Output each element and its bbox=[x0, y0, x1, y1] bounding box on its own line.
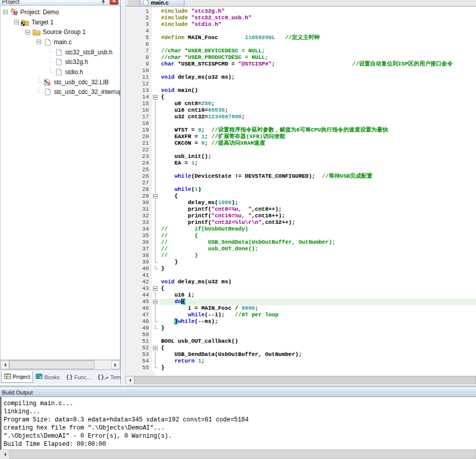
code-line[interactable]: 45 do{ bbox=[125, 299, 476, 305]
code-line[interactable]: 40} bbox=[125, 266, 476, 272]
workspace-tab-books[interactable]: ?Books bbox=[33, 371, 62, 383]
project-icon bbox=[10, 8, 18, 16]
code-line[interactable]: 19 WTST = 0; //设置程序指令延时参数，赋值为0可将CPU执行指令的… bbox=[125, 127, 476, 134]
code-line[interactable]: 53 USB_SendData(UsbOutBuffer, OutNumber)… bbox=[125, 351, 476, 358]
code-line[interactable]: 28 while(1) bbox=[125, 186, 476, 193]
code-line[interactable]: 37// usb_OUT_done(); bbox=[125, 246, 476, 252]
code-line[interactable]: 52{ bbox=[125, 345, 476, 351]
code-line[interactable]: 32 printf("cnt16=%u, ",cnt16++); bbox=[125, 213, 476, 219]
fold-collapse-box[interactable] bbox=[152, 345, 160, 351]
code-line[interactable]: 34// if(bUsbOutReady) bbox=[125, 226, 476, 233]
code-line[interactable]: 43{ bbox=[125, 285, 476, 292]
build-output-body[interactable]: compiling main.c...linking...Program Siz… bbox=[0, 397, 476, 450]
code-line[interactable]: 41 bbox=[125, 272, 476, 279]
code-line[interactable]: 46 i = MAIN_Fosc / 6000; bbox=[125, 305, 476, 312]
code-line[interactable]: 35// { bbox=[125, 233, 476, 239]
tree-item[interactable]: stc32_stc8_usb.h bbox=[1, 47, 120, 57]
code-line[interactable]: 18 bbox=[125, 120, 476, 127]
code-line[interactable]: 27 bbox=[125, 180, 476, 186]
code-line[interactable]: 8//char *USER_PRODUCTDESC = NULL; bbox=[125, 54, 476, 61]
code-line[interactable]: 55} bbox=[125, 365, 476, 371]
project-tree-hscrollbar[interactable] bbox=[0, 360, 120, 370]
code-line[interactable]: 51BOOL usb_OUT_callback() bbox=[125, 338, 476, 345]
scroll-thumb[interactable] bbox=[134, 376, 476, 384]
fold-collapse-box[interactable] bbox=[152, 299, 160, 305]
workspace-tab-project[interactable]: Project bbox=[1, 371, 33, 383]
code-line[interactable]: 47 while(--i); //6T per loop bbox=[125, 312, 476, 318]
pin-icon[interactable] bbox=[101, 0, 106, 5]
line-number: 15 bbox=[125, 101, 152, 107]
code-line[interactable]: 13void main() bbox=[125, 87, 476, 94]
code-line[interactable]: 54 return 1; bbox=[125, 358, 476, 365]
code-line[interactable]: 2#include "stc32_stc8_usb.h" bbox=[125, 15, 476, 21]
code-line[interactable]: 20 EAXFR = 1; //扩展寄存器(XFR)访问使能 bbox=[125, 134, 476, 140]
code-line[interactable]: 3#include "stdio.h" bbox=[125, 21, 476, 28]
code-line[interactable]: 15 u8 cnt8=250; bbox=[125, 101, 476, 107]
horizontal-splitter[interactable] bbox=[0, 384, 476, 388]
code-line[interactable]: 10 bbox=[125, 68, 476, 74]
code-line[interactable]: 24 EA = 1; bbox=[125, 160, 476, 167]
code-line[interactable]: 11void delay_ms(u32 ms); bbox=[125, 74, 476, 81]
tree-item[interactable]: Target 1 bbox=[1, 17, 120, 27]
tree-item[interactable]: Project: Demo bbox=[1, 7, 120, 17]
code-line[interactable]: 36// USB_SendData(UsbOutBuffer, OutNumbe… bbox=[125, 239, 476, 246]
close-icon[interactable]: ✕ bbox=[110, 0, 118, 5]
code-editor[interactable]: 1#include "stc32g.h"2#include "stc32_stc… bbox=[125, 7, 476, 376]
panel-splitter[interactable] bbox=[121, 0, 125, 384]
expand-collapse-box[interactable] bbox=[3, 10, 8, 14]
tree-item[interactable]: stdio.h bbox=[1, 67, 120, 77]
line-number: 48 bbox=[125, 318, 152, 325]
code-line[interactable]: 44 u16 i; bbox=[125, 292, 476, 299]
code-line[interactable]: 29 { bbox=[125, 193, 476, 200]
workspace-tabs: Project?Books{}Func...{},▸Temp... bbox=[0, 370, 120, 384]
tree-item[interactable]: stc_usb_cdc_32_interrupt bbox=[1, 87, 120, 97]
code-line[interactable]: 12 bbox=[125, 81, 476, 87]
expand-collapse-box[interactable] bbox=[25, 30, 30, 35]
code-line[interactable]: 22 bbox=[125, 147, 476, 153]
scroll-right-arrow-icon[interactable] bbox=[111, 360, 120, 369]
fold-collapse-box[interactable] bbox=[152, 285, 160, 292]
code-line[interactable]: 26 while(DeviceState != DEVSTATE_CONFIGU… bbox=[125, 173, 476, 180]
code-line[interactable]: 6 bbox=[125, 41, 476, 48]
tree-item[interactable]: main.c bbox=[1, 37, 120, 47]
code-line[interactable]: 16 u16 cnt16=65530; bbox=[125, 107, 476, 114]
code-line[interactable]: 48 }while(--ms); bbox=[125, 318, 476, 325]
fold-collapse-box[interactable] bbox=[152, 94, 160, 101]
code-line[interactable]: 30 delay_ms(1000); bbox=[125, 200, 476, 206]
workspace-tab-func[interactable]: {}Func... bbox=[64, 371, 94, 383]
scroll-thumb[interactable] bbox=[9, 450, 476, 459]
code-line[interactable]: 50 bbox=[125, 332, 476, 338]
expand-collapse-box[interactable] bbox=[37, 40, 41, 44]
code-line[interactable]: 23 usb_init(); bbox=[125, 153, 476, 160]
tree-item[interactable]: Source Group 1 bbox=[1, 27, 120, 37]
code-line[interactable]: 1#include "stc32g.h" bbox=[125, 8, 476, 15]
code-line[interactable]: 49} bbox=[125, 325, 476, 332]
editor-hscrollbar[interactable] bbox=[125, 376, 476, 384]
scroll-left-arrow-icon[interactable] bbox=[1, 360, 9, 369]
code-text: CKCON = 0; //提高访问XRAM速度 bbox=[160, 140, 476, 147]
code-line[interactable]: 31 printf("cnt8=%u, ",cnt8++); bbox=[125, 206, 476, 213]
project-tree[interactable]: Project: DemoTarget 1Source Group 1main.… bbox=[0, 6, 120, 360]
code-line[interactable]: 42void delay_ms(u32 ms) bbox=[125, 279, 476, 285]
tree-item[interactable]: stc32g.h bbox=[1, 57, 120, 67]
expand-collapse-box[interactable] bbox=[14, 20, 19, 24]
code-line[interactable]: 14{ bbox=[125, 94, 476, 101]
scroll-thumb[interactable] bbox=[9, 360, 94, 369]
tab-main-c[interactable]: main.c bbox=[140, 0, 184, 7]
code-line[interactable]: 7//char *USER_DEVICEDESC = NULL; bbox=[125, 48, 476, 54]
scroll-left-arrow-icon[interactable] bbox=[125, 376, 134, 384]
code-line[interactable]: 4 bbox=[125, 28, 476, 35]
fold-collapse-box[interactable] bbox=[152, 193, 160, 200]
code-line[interactable]: 38// } bbox=[125, 252, 476, 259]
code-line[interactable]: 17 u32 cnt32=1234567890; bbox=[125, 114, 476, 120]
code-line[interactable]: 39 } bbox=[125, 259, 476, 266]
code-line[interactable]: 21 CKCON = 0; //提高访问XRAM速度 bbox=[125, 140, 476, 147]
build-output-hscrollbar[interactable] bbox=[0, 450, 476, 459]
scroll-left-arrow-icon[interactable] bbox=[0, 450, 9, 459]
code-line[interactable]: 9char *USER_STCISPCMD = "@STCISP#"; //设置… bbox=[125, 61, 476, 68]
code-line[interactable]: 33 printf("cnt32=%lu\r\n",cnt32++); bbox=[125, 219, 476, 226]
tree-item[interactable]: stc_usb_cdc_32.LIB bbox=[1, 77, 120, 87]
code-line[interactable]: 25 bbox=[125, 167, 476, 173]
code-line[interactable]: 5#define MAIN_Fosc 11059200L //定义主时钟 bbox=[125, 35, 476, 41]
workspace-tab-label: Func... bbox=[74, 374, 91, 380]
